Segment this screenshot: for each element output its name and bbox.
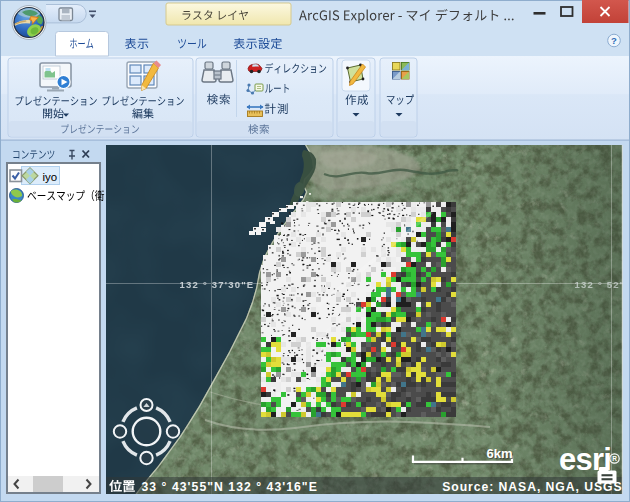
svg-text:Source: NASA, NGA, USGS: Source: NASA, NGA, USGS	[442, 480, 622, 494]
svg-text:33 ° 43'55"N 132 ° 43'16"E: 33 ° 43'55"N 132 ° 43'16"E	[142, 480, 318, 494]
svg-text:132 ° 37'30"E: 132 ° 37'30"E	[180, 279, 255, 290]
svg-text:?: ?	[611, 35, 617, 46]
svg-text:R: R	[612, 455, 617, 462]
svg-text:6km: 6km	[486, 446, 512, 461]
svg-text:iyo: iyo	[43, 171, 58, 183]
svg-text:132 ° 52'30"E: 132 ° 52'30"E	[575, 279, 623, 290]
